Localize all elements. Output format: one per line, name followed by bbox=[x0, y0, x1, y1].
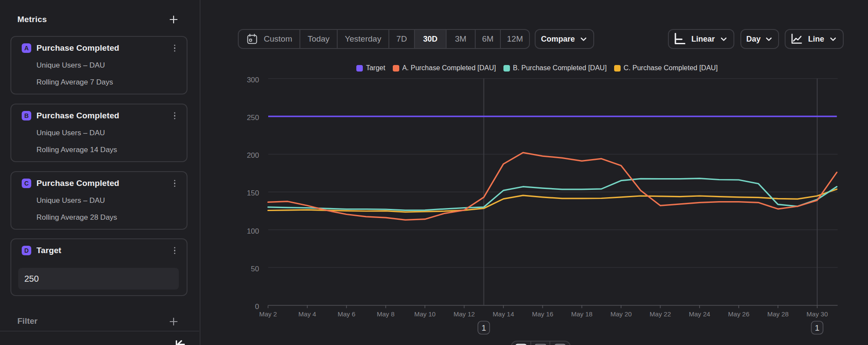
svg-text:May 24: May 24 bbox=[689, 310, 710, 318]
svg-text:0: 0 bbox=[255, 303, 259, 311]
svg-text:May 30: May 30 bbox=[806, 310, 828, 318]
svg-text:150: 150 bbox=[247, 189, 259, 197]
svg-text:May 20: May 20 bbox=[610, 310, 631, 318]
svg-text:250: 250 bbox=[247, 114, 259, 122]
svg-text:May 26: May 26 bbox=[728, 310, 750, 318]
svg-text:May 12: May 12 bbox=[454, 310, 475, 318]
svg-text:1: 1 bbox=[815, 323, 820, 332]
svg-text:1: 1 bbox=[481, 323, 486, 332]
svg-text:May 16: May 16 bbox=[532, 310, 553, 318]
svg-text:May 8: May 8 bbox=[377, 310, 395, 318]
svg-text:100: 100 bbox=[247, 227, 259, 235]
svg-text:May 22: May 22 bbox=[650, 310, 671, 318]
svg-text:May 4: May 4 bbox=[299, 310, 316, 318]
svg-text:50: 50 bbox=[251, 265, 259, 273]
svg-text:May 2: May 2 bbox=[259, 310, 277, 318]
svg-text:May 28: May 28 bbox=[767, 310, 789, 318]
svg-text:May 6: May 6 bbox=[338, 310, 355, 318]
svg-text:200: 200 bbox=[247, 151, 259, 159]
svg-text:May 14: May 14 bbox=[493, 310, 514, 318]
svg-text:300: 300 bbox=[247, 76, 259, 84]
svg-text:May 10: May 10 bbox=[414, 310, 435, 318]
svg-text:May 18: May 18 bbox=[571, 310, 592, 318]
